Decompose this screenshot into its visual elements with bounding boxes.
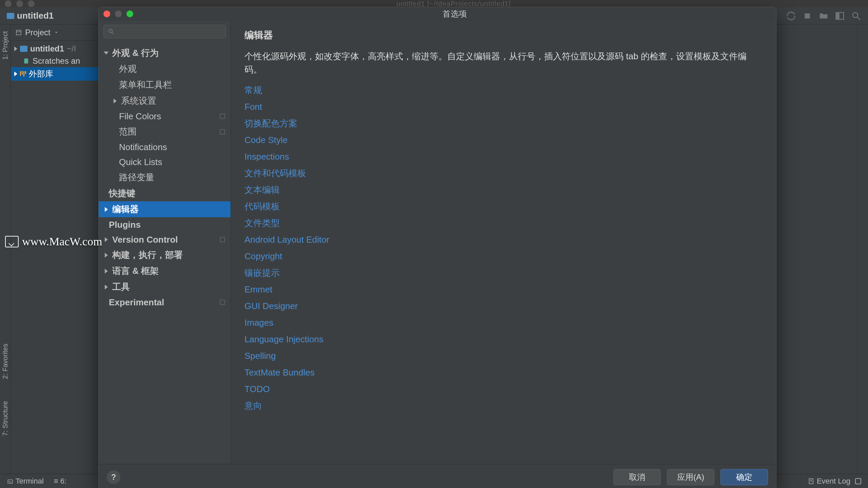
link-item[interactable]: 文件类型 — [244, 217, 763, 230]
sync-icon[interactable] — [786, 11, 796, 21]
link-item[interactable]: 常规 — [244, 84, 763, 97]
breadcrumb-text: untitled1 — [17, 11, 54, 21]
link-item[interactable]: Font — [244, 100, 763, 114]
svg-rect-16 — [220, 237, 224, 242]
link-item[interactable]: Code Style — [244, 134, 763, 147]
right-gutter — [857, 24, 868, 474]
link-item[interactable]: Spelling — [244, 349, 763, 363]
minimize-icon — [115, 11, 122, 17]
status-line[interactable]: ≡ 6: — [54, 477, 66, 486]
status-terminal[interactable]: Terminal — [7, 477, 44, 486]
preferences-dialog: 首选项 外观 & 行为 外观 菜单和工具栏 系统设置 File Colors 范… — [98, 7, 776, 488]
link-item[interactable]: 切换配色方案 — [244, 117, 763, 130]
tree-appearance-behavior[interactable]: 外观 & 行为 — [99, 45, 231, 61]
project-panel: Project untitled1 ~/I Scratches an 外部 — [11, 24, 99, 474]
svg-rect-8 — [8, 480, 12, 483]
toolbar-right — [786, 11, 861, 21]
search-icon — [108, 28, 115, 35]
dialog-titlebar: 首选项 — [99, 7, 776, 21]
link-item[interactable]: GUI Designer — [244, 300, 763, 313]
link-item[interactable]: Language Injections — [244, 333, 763, 346]
tree-version-control[interactable]: Version Control — [99, 232, 231, 247]
link-item[interactable]: TextMate Bundles — [244, 366, 763, 379]
link-item[interactable]: 镶嵌提示 — [244, 266, 763, 280]
layout-icon[interactable] — [835, 11, 845, 21]
project-label: Project — [25, 28, 51, 37]
tree-path-variables[interactable]: 路径变量 — [99, 169, 231, 185]
search-icon[interactable] — [851, 11, 861, 21]
minimize-icon[interactable] — [16, 0, 23, 7]
status-indicator-icon[interactable] — [855, 478, 861, 484]
tree-languages[interactable]: 语言 & 框架 — [99, 263, 231, 279]
settings-search[interactable] — [103, 25, 226, 38]
project-badge-icon — [219, 113, 226, 120]
svg-rect-5 — [16, 30, 21, 35]
link-item[interactable]: Copyright — [244, 250, 763, 263]
link-item[interactable]: Images — [244, 316, 763, 329]
tree-scopes[interactable]: 范围 — [99, 124, 231, 140]
stop-icon[interactable] — [802, 11, 812, 21]
svg-point-3 — [853, 13, 858, 18]
project-header[interactable]: Project — [11, 24, 99, 41]
close-icon[interactable] — [103, 11, 110, 17]
ide-titlebar: untitled1 [~/IdeaProjects/untitled1] — [0, 0, 868, 7]
svg-rect-7 — [24, 59, 28, 64]
link-item[interactable]: Emmet — [244, 283, 763, 296]
tree-appearance[interactable]: 外观 — [99, 61, 231, 77]
svg-rect-2 — [837, 13, 839, 18]
tree-editor[interactable]: 编辑器 — [99, 201, 231, 217]
project-badge-icon — [219, 236, 226, 243]
maximize-icon[interactable] — [28, 0, 35, 7]
folder-open-icon[interactable] — [818, 11, 829, 21]
tree-root-label: untitled1 — [30, 44, 64, 54]
scratch-icon — [23, 58, 30, 64]
maximize-icon[interactable] — [126, 11, 133, 17]
link-item[interactable]: Inspections — [244, 150, 763, 163]
link-item[interactable]: 文件和代码模板 — [244, 167, 763, 180]
tree-file-colors[interactable]: File Colors — [99, 109, 231, 124]
tree-external-libs[interactable]: 外部库 — [11, 67, 99, 81]
terminal-icon — [7, 479, 14, 484]
tab-structure[interactable]: 7: Structure — [1, 397, 10, 440]
tree-quick-lists[interactable]: Quick Lists — [99, 155, 231, 169]
svg-line-13 — [112, 33, 114, 34]
link-item[interactable]: TODO — [244, 383, 763, 396]
tree-build[interactable]: 构建，执行，部署 — [99, 247, 231, 263]
svg-rect-17 — [220, 300, 224, 304]
close-icon[interactable] — [5, 0, 12, 7]
svg-rect-15 — [220, 129, 224, 134]
breadcrumb[interactable]: untitled1 — [7, 11, 54, 21]
tree-keymap[interactable]: 快捷键 — [99, 185, 231, 201]
settings-content: 编辑器 个性化源码外观，如改变字体，高亮样式，缩进等。自定义编辑器，从行号，插入… — [231, 21, 776, 464]
help-button[interactable]: ? — [107, 470, 120, 484]
search-input[interactable] — [118, 27, 221, 36]
ok-button[interactable]: 确定 — [721, 469, 768, 485]
page-title: 编辑器 — [244, 29, 763, 42]
tree-menus-toolbars[interactable]: 菜单和工具栏 — [99, 77, 231, 93]
tree-experimental[interactable]: Experimental — [99, 295, 231, 310]
link-item[interactable]: Android Layout Editor — [244, 233, 763, 246]
svg-rect-0 — [805, 13, 810, 18]
tab-favorites[interactable]: 2: Favorites — [1, 340, 10, 383]
tree-root[interactable]: untitled1 ~/I — [11, 43, 99, 55]
status-event-log[interactable]: Event Log — [808, 477, 850, 486]
link-item[interactable]: 文本编辑 — [244, 183, 763, 197]
project-tree: untitled1 ~/I Scratches an 外部库 — [11, 41, 99, 83]
svg-line-4 — [857, 17, 860, 20]
tree-tools[interactable]: 工具 — [99, 279, 231, 295]
cancel-button[interactable]: 取消 — [613, 469, 661, 485]
link-item[interactable]: 意向 — [244, 399, 763, 412]
event-log-icon — [808, 478, 815, 485]
tree-plugins[interactable]: Plugins — [99, 217, 231, 232]
tree-system-settings[interactable]: 系统设置 — [99, 93, 231, 109]
tree-notifications[interactable]: Notifications — [99, 140, 231, 155]
tree-scratches[interactable]: Scratches an — [11, 55, 99, 67]
dialog-footer: ? 取消 应用(A) 确定 — [99, 464, 776, 488]
tab-project[interactable]: 1: Project — [1, 27, 10, 64]
link-item[interactable]: 代码模板 — [244, 200, 763, 213]
tree-external-libs-label: 外部库 — [29, 68, 53, 79]
tree-scratches-label: Scratches an — [33, 56, 80, 66]
apply-button[interactable]: 应用(A) — [667, 469, 714, 485]
editor-link-list: 常规 Font 切换配色方案 Code Style Inspections 文件… — [244, 84, 763, 412]
project-badge-icon — [219, 128, 226, 135]
